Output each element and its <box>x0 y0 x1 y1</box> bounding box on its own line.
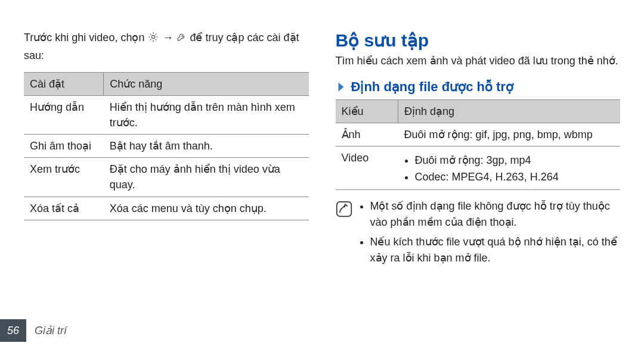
table-row: Hướng dẫnHiển thị hướng dẫn trên màn hìn… <box>24 96 309 135</box>
setting-cell: Hướng dẫn <box>24 96 104 135</box>
format-cell: Đuôi mở rộng: gif, jpg, png, bmp, wbmp <box>398 123 620 147</box>
settings-table: Cài đặt Chức năng Hướng dẫnHiển thị hướn… <box>24 72 309 220</box>
chevron-right-icon <box>336 80 346 94</box>
setting-cell: Xóa tất cả <box>24 197 104 220</box>
setting-cell: Xem trước <box>24 158 104 197</box>
list-item: Codec: MPEG4, H.263, H.264 <box>415 169 614 185</box>
svg-point-0 <box>152 35 155 38</box>
left-column: Trước khi ghi video, chọn → để truy cập … <box>24 30 309 270</box>
note-list: Một số định dạng file không được hỗ trợ … <box>360 198 621 270</box>
format-list: Đuôi mở rộng: 3gp, mp4Codec: MPEG4, H.26… <box>404 152 614 185</box>
footer-section-label: Giải trí <box>35 324 67 337</box>
intro-text-mid: → <box>162 32 176 43</box>
header-type: Kiểu <box>336 100 398 123</box>
function-cell: Bật hay tắt âm thanh. <box>104 135 309 158</box>
wrench-icon <box>176 31 187 48</box>
note-box: Một số định dạng file không được hỗ trợ … <box>336 198 621 270</box>
function-cell: Hiển thị hướng dẫn trên màn hình xem trư… <box>104 96 309 135</box>
setting-cell: Ghi âm thoại <box>24 135 104 158</box>
svg-rect-1 <box>336 202 351 217</box>
header-format: Định dạng <box>398 100 620 123</box>
intro-text-pre: Trước khi ghi video, chọn <box>24 32 147 43</box>
type-cell: Video <box>336 147 398 190</box>
table-row: Xem trướcĐặt cho máy ảnh hiển thị video … <box>24 158 309 197</box>
note-icon <box>336 201 352 217</box>
table-row: VideoĐuôi mở rộng: 3gp, mp4Codec: MPEG4,… <box>336 147 621 190</box>
type-cell: Ảnh <box>336 123 398 147</box>
gear-icon <box>147 31 159 48</box>
page-content: Trước khi ghi video, chọn → để truy cập … <box>0 0 644 270</box>
section-title: Bộ sưu tập <box>336 30 621 51</box>
formats-table: Kiểu Định dạng ẢnhĐuôi mở rộng: gif, jpg… <box>336 99 621 190</box>
table-row: Ghi âm thoạiBật hay tắt âm thanh. <box>24 135 309 158</box>
function-cell: Đặt cho máy ảnh hiển thị video vừa quay. <box>104 158 309 197</box>
note-item: Nếu kích thước file vượt quá bộ nhớ hiện… <box>370 234 621 266</box>
header-function: Chức năng <box>104 73 309 96</box>
page-footer: 56 Giải trí <box>0 319 67 342</box>
table-header-row: Kiểu Định dạng <box>336 100 621 123</box>
format-cell: Đuôi mở rộng: 3gp, mp4Codec: MPEG4, H.26… <box>398 147 620 190</box>
table-row: Xóa tất cảXóa các menu và tùy chọn chụp. <box>24 197 309 220</box>
table-header-row: Cài đặt Chức năng <box>24 73 309 96</box>
sub-heading: Định dạng file được hỗ trợ <box>336 79 621 95</box>
right-column: Bộ sưu tập Tìm hiểu cách xem ảnh và phát… <box>336 30 621 270</box>
page-number: 56 <box>0 319 26 342</box>
table-row: ẢnhĐuôi mở rộng: gif, jpg, png, bmp, wbm… <box>336 123 621 147</box>
note-item: Một số định dạng file không được hỗ trợ … <box>370 198 621 230</box>
intro-paragraph: Trước khi ghi video, chọn → để truy cập … <box>24 30 309 64</box>
list-item: Đuôi mở rộng: 3gp, mp4 <box>415 152 614 168</box>
function-cell: Xóa các menu và tùy chọn chụp. <box>104 197 309 220</box>
sub-heading-text: Định dạng file được hỗ trợ <box>351 79 513 95</box>
section-desc: Tìm hiểu cách xem ảnh và phát video đã l… <box>336 53 621 68</box>
header-setting: Cài đặt <box>24 73 104 96</box>
